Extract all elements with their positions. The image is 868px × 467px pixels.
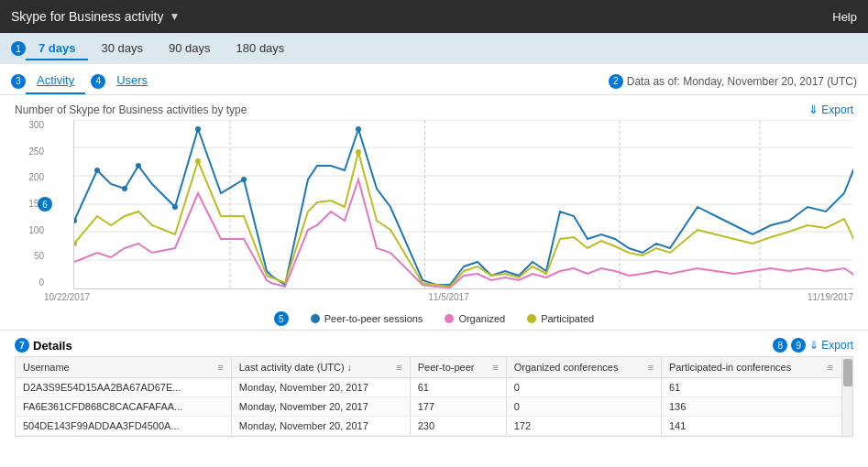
tab-users[interactable]: Users [105, 68, 159, 94]
data-as-of-text: Data as of: Monday, November 20, 2017 (U… [627, 75, 857, 88]
table-row: FA6E361CFD868C8CACAFAFAA... Monday, Nove… [16, 397, 852, 417]
details-table: Username ≡ Last activity date (UTC) ↓ ≡ … [16, 357, 852, 436]
tab-activity[interactable]: Activity [26, 68, 85, 94]
col-username: Username ≡ [16, 357, 231, 378]
scrollbar[interactable] [841, 357, 852, 436]
scroll-thumb [843, 359, 852, 386]
tabs-row: 3 Activity 4 Users 2 Data as of: Monday,… [0, 64, 868, 95]
time-btn-30days[interactable]: 30 days [88, 38, 156, 60]
legend-label-organized: Organized [458, 313, 505, 324]
time-btn-7days[interactable]: 7 days [26, 38, 88, 60]
cell-last-activity-0: Monday, November 20, 2017 [231, 378, 410, 397]
legend-participated: Participated [527, 313, 594, 324]
svg-point-15 [195, 126, 201, 132]
download-icon: ⇓ [808, 103, 819, 116]
cell-username-0: D2A3S9E54D15AA2BA67AD67E... [16, 378, 231, 397]
col-icon-organized[interactable]: ≡ [647, 362, 653, 373]
app-header: Skype for Business activity ▼ Help [0, 0, 868, 33]
time-filter-badge: 1 [11, 41, 26, 56]
col-organized: Organized conferences ≡ [506, 357, 661, 378]
app-title: Skype for Business activity [11, 9, 164, 24]
y-label-250: 250 [28, 147, 44, 157]
svg-point-16 [241, 177, 247, 182]
svg-point-13 [136, 163, 141, 168]
legend-badge: 5 [274, 311, 289, 326]
chevron-down-icon[interactable]: ▼ [170, 10, 181, 23]
x-axis: 10/22/2017 11/5/2017 11/19/2017 [44, 289, 853, 302]
chart-title: Number of Skype for Business activities … [15, 103, 247, 116]
y-label-50: 50 [34, 251, 44, 261]
y-label-100: 100 [28, 225, 44, 235]
time-btn-180days[interactable]: 180 days [224, 38, 298, 60]
legend-dot-organized [445, 314, 454, 323]
y-label-0: 0 [38, 277, 44, 288]
y-label-200: 200 [28, 172, 44, 182]
legend-peer: Peer-to-peer sessions [311, 313, 423, 324]
details-export-group: 8 9 ⇓ Export [773, 338, 853, 353]
chart-export-link[interactable]: ⇓ Export [808, 103, 853, 116]
chart-badge-6: 6 [38, 197, 52, 212]
details-badge-9: 9 [791, 338, 806, 353]
legend-label-peer: Peer-to-peer sessions [324, 313, 423, 324]
x-label-2: 11/5/2017 [428, 292, 469, 302]
chart-canvas: 6 [73, 120, 853, 289]
details-export-link[interactable]: ⇓ Export [809, 339, 853, 352]
col-icon-last-activity[interactable]: ≡ [396, 362, 401, 373]
header-title-group: Skype for Business activity ▼ [11, 9, 180, 24]
details-header: 7 Details 8 9 ⇓ Export [15, 334, 853, 356]
cell-organized-0: 0 [506, 378, 661, 397]
chart-header: Number of Skype for Business activities … [15, 103, 853, 116]
y-label-300: 300 [28, 120, 44, 130]
chart-section: Number of Skype for Business activities … [0, 95, 868, 306]
svg-point-12 [122, 186, 127, 191]
details-table-wrap: Username ≡ Last activity date (UTC) ↓ ≡ … [15, 356, 853, 437]
tabs-left: 3 Activity 4 Users [11, 68, 159, 94]
svg-point-21 [356, 149, 361, 155]
details-section: 7 Details 8 9 ⇓ Export Username ≡ Last a [0, 330, 868, 437]
chart-svg [74, 120, 853, 289]
help-link[interactable]: Help [832, 10, 857, 24]
time-btn-90days[interactable]: 90 days [156, 38, 224, 60]
legend-dot-participated [527, 314, 536, 323]
data-as-of-badge: 2 [609, 74, 623, 89]
col-icon-username[interactable]: ≡ [217, 362, 223, 373]
details-badge-7: 7 [15, 338, 29, 353]
details-title: Details [33, 339, 72, 353]
cell-peer-0: 61 [410, 378, 506, 397]
x-label-4: 11/19/2017 [808, 292, 853, 302]
svg-point-11 [94, 168, 100, 173]
svg-point-17 [356, 126, 361, 132]
cell-participated-2: 141 [661, 417, 852, 436]
legend-organized: Organized [445, 313, 505, 324]
table-row: D2A3S9E54D15AA2BA67AD67E... Monday, Nove… [16, 378, 852, 397]
col-participated: Participated-in conferences ≡ [661, 357, 852, 378]
svg-point-10 [74, 218, 77, 223]
legend-label-participated: Participated [541, 313, 594, 324]
cell-organized-2: 172 [506, 417, 661, 436]
details-title-group: 7 Details [15, 338, 72, 353]
cell-participated-1: 136 [661, 397, 852, 417]
cell-peer-2: 230 [410, 417, 506, 436]
cell-username-2: 504DE143F99ADDAA3FD4500A... [16, 417, 231, 436]
svg-point-20 [195, 158, 201, 164]
col-icon-participated[interactable]: ≡ [828, 362, 833, 373]
x-label-0: 10/22/2017 [44, 292, 90, 302]
download-icon-2: ⇓ [809, 339, 819, 352]
table-header-row: Username ≡ Last activity date (UTC) ↓ ≡ … [16, 357, 852, 378]
tab-badge-3: 3 [11, 74, 26, 89]
cell-peer-1: 177 [410, 397, 506, 417]
details-badge-8: 8 [773, 338, 787, 353]
tab-badge-4: 4 [91, 74, 105, 89]
chart-legend: 5 Peer-to-peer sessions Organized Partic… [0, 306, 868, 330]
time-filter-bar: 1 7 days 30 days 90 days 180 days [0, 33, 868, 64]
legend-dot-peer [311, 314, 320, 323]
svg-point-14 [172, 204, 178, 210]
cell-username-1: FA6E361CFD868C8CACAFAFAA... [16, 397, 231, 417]
cell-organized-1: 0 [506, 397, 661, 417]
cell-last-activity-2: Monday, November 20, 2017 [231, 417, 410, 436]
cell-participated-0: 61 [661, 378, 852, 397]
col-last-activity: Last activity date (UTC) ↓ ≡ [231, 357, 410, 378]
data-as-of: 2 Data as of: Monday, November 20, 2017 … [609, 74, 857, 89]
col-icon-peer[interactable]: ≡ [492, 362, 498, 373]
table-row: 504DE143F99ADDAA3FD4500A... Monday, Nove… [16, 417, 852, 436]
